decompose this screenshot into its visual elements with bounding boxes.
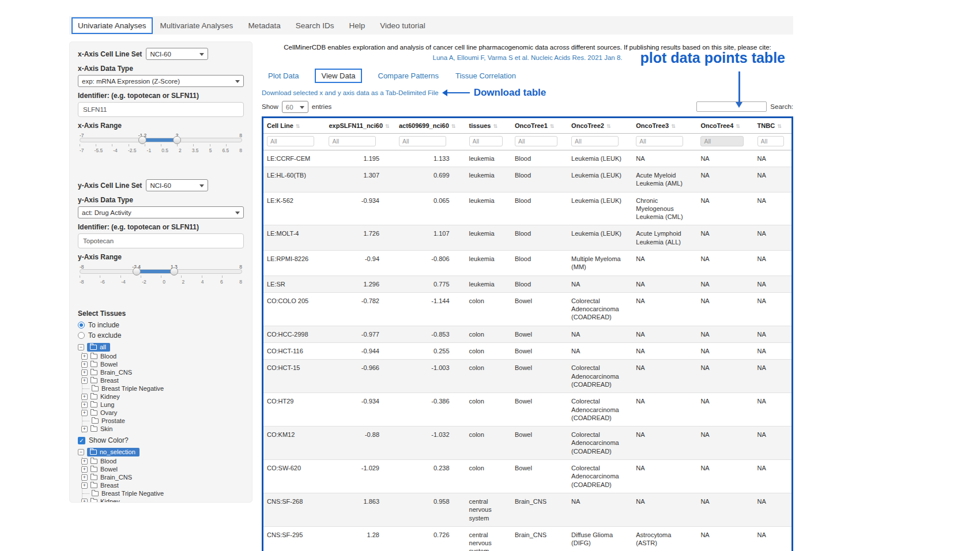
data-tab[interactable]: View Data bbox=[315, 69, 361, 83]
column-header[interactable]: act609699_nci60⇅ bbox=[395, 118, 466, 134]
column-header[interactable]: TNBC⇅ bbox=[754, 118, 791, 134]
radio-icon[interactable] bbox=[78, 322, 85, 329]
column-header[interactable]: tissues⇅ bbox=[466, 118, 511, 134]
column-header[interactable]: OncoTree1⇅ bbox=[511, 118, 568, 134]
sort-icon[interactable]: ⇅ bbox=[451, 123, 456, 129]
radio-icon[interactable] bbox=[78, 332, 85, 339]
table-row[interactable]: CO:HCC-2998 -0.977 -0.853 colon Bowel NA… bbox=[263, 326, 791, 342]
search-input[interactable] bbox=[696, 101, 767, 112]
tree-item[interactable]: + Lung bbox=[82, 401, 244, 409]
expand-icon[interactable]: + bbox=[81, 361, 88, 368]
column-header[interactable]: OncoTree2⇅ bbox=[568, 118, 632, 134]
entries-select[interactable]: 60 bbox=[282, 101, 308, 113]
sort-icon[interactable]: ⇅ bbox=[671, 123, 676, 129]
x-identifier-input[interactable] bbox=[78, 102, 244, 117]
table-row[interactable]: LE:HL-60(TB) 1.307 0.699 leukemia Blood … bbox=[263, 167, 791, 192]
download-link[interactable]: Download selected x and y axis data as a… bbox=[262, 89, 439, 96]
tree-root-no-selection[interactable]: no_selection bbox=[87, 448, 140, 456]
column-filter-input[interactable] bbox=[329, 136, 376, 146]
table-row[interactable]: CNS:SF-268 1.863 0.958 central nervous s… bbox=[263, 493, 791, 526]
sort-icon[interactable]: ⇅ bbox=[493, 123, 497, 129]
nav-item[interactable]: Univariate Analyses bbox=[71, 17, 153, 34]
tree-item[interactable]: + Bowel bbox=[82, 465, 244, 473]
tree-item[interactable]: + Kidney bbox=[82, 497, 244, 503]
column-header[interactable]: OncoTree3⇅ bbox=[632, 118, 697, 134]
slider-handle-high[interactable] bbox=[170, 267, 178, 276]
slider-handle-low[interactable] bbox=[138, 136, 146, 144]
table-row[interactable]: CO:COLO 205 -0.782 -1.144 colon Bowel Co… bbox=[263, 292, 791, 326]
expand-icon[interactable]: + bbox=[81, 378, 88, 384]
table-row[interactable]: LE:K-562 -0.934 0.065 leukemia Blood Leu… bbox=[263, 192, 791, 225]
x-cell-line-set-select[interactable]: NCI-60 bbox=[146, 48, 208, 60]
expand-icon[interactable]: + bbox=[81, 482, 88, 489]
y-data-type-select[interactable]: act: Drug Activity bbox=[78, 206, 244, 218]
y-identifier-input[interactable] bbox=[78, 233, 244, 248]
column-filter-input[interactable] bbox=[636, 136, 683, 146]
nav-item[interactable]: Multivariate Analyses bbox=[153, 18, 241, 33]
tissue-radio-option[interactable]: To include bbox=[78, 320, 244, 330]
column-filter-input[interactable] bbox=[267, 136, 314, 146]
checkbox-checked-icon[interactable] bbox=[78, 437, 85, 444]
table-row[interactable]: LE:SR 1.296 0.775 leukemia Blood NA NA N… bbox=[263, 276, 791, 292]
tree-item[interactable]: + Brain_CNS bbox=[82, 368, 244, 376]
tree-item[interactable]: + Blood bbox=[82, 352, 244, 360]
column-header[interactable]: Cell Line⇅ bbox=[263, 118, 325, 134]
tree-item[interactable]: + Brain_CNS bbox=[82, 473, 244, 481]
expand-icon[interactable]: + bbox=[81, 394, 88, 400]
column-filter-input[interactable] bbox=[757, 136, 784, 146]
y-cell-line-set-select[interactable]: NCI-60 bbox=[146, 179, 208, 191]
expand-icon[interactable]: + bbox=[81, 369, 88, 376]
table-row[interactable]: LE:RPMI-8226 -0.94 -0.806 leukemia Blood… bbox=[263, 251, 791, 276]
expand-icon[interactable]: + bbox=[81, 458, 88, 465]
tree-item[interactable]: + Blood bbox=[82, 457, 244, 465]
tree-item[interactable]: + Kidney bbox=[82, 393, 244, 401]
tree-item[interactable]: + Breast bbox=[82, 481, 244, 489]
column-filter-input[interactable] bbox=[700, 136, 743, 146]
data-tab[interactable]: Compare Patterns bbox=[378, 70, 440, 82]
slider-handle-low[interactable] bbox=[133, 267, 141, 276]
column-filter-input[interactable] bbox=[399, 136, 446, 146]
sort-icon[interactable]: ⇅ bbox=[550, 123, 555, 129]
column-filter-input[interactable] bbox=[515, 136, 557, 146]
collapse-icon[interactable]: − bbox=[78, 449, 84, 455]
expand-icon[interactable]: + bbox=[81, 474, 88, 481]
table-row[interactable]: CO:KM12 -0.88 -1.032 colon Bowel Colorec… bbox=[263, 427, 791, 460]
tree-item[interactable]: + Breast bbox=[82, 376, 244, 384]
table-row[interactable]: LE:CCRF-CEM 1.195 1.133 leukemia Blood L… bbox=[263, 150, 791, 167]
column-header[interactable]: OncoTree4⇅ bbox=[697, 118, 753, 134]
sort-icon[interactable]: ⇅ bbox=[385, 123, 390, 129]
x-data-type-select[interactable]: exp: mRNA Expression (Z-Score) bbox=[78, 75, 244, 87]
expand-icon[interactable]: + bbox=[81, 426, 88, 432]
nav-item[interactable]: Video tutorial bbox=[372, 18, 433, 33]
tree-item[interactable]: + Breast Triple Negative bbox=[82, 384, 244, 393]
data-tab[interactable]: Plot Data bbox=[267, 70, 299, 82]
tree-root-all[interactable]: all bbox=[87, 343, 110, 352]
nav-item[interactable]: Help bbox=[341, 18, 372, 33]
tree-item[interactable]: + Ovary bbox=[82, 409, 244, 417]
y-axis-range-slider[interactable]: -8 8 -2.4 1.3 -8-6-4-202468 bbox=[80, 269, 242, 300]
slider-handle-high[interactable] bbox=[173, 136, 181, 144]
tree-item[interactable]: + Breast Triple Negative bbox=[82, 489, 244, 497]
table-row[interactable]: CO:HCT-116 -0.944 0.255 colon Bowel NA N… bbox=[263, 343, 791, 360]
expand-icon[interactable]: + bbox=[81, 353, 88, 360]
tissue-radio-option[interactable]: To exclude bbox=[78, 330, 244, 341]
nav-item[interactable]: Metadata bbox=[240, 18, 288, 33]
expand-icon[interactable]: + bbox=[81, 402, 88, 408]
column-filter-input[interactable] bbox=[571, 136, 619, 146]
table-row[interactable]: LE:MOLT-4 1.726 1.107 leukemia Blood Leu… bbox=[263, 225, 791, 251]
expand-icon[interactable]: + bbox=[81, 499, 88, 503]
tree-item[interactable]: + Skin bbox=[82, 425, 244, 433]
sort-icon[interactable]: ⇅ bbox=[296, 123, 300, 129]
citation-link[interactable]: Luna A, Elloumi F, Varma S et al. Nuclei… bbox=[433, 54, 623, 61]
column-header[interactable]: expSLFN11_nci60⇅ bbox=[325, 118, 395, 134]
slider-track[interactable] bbox=[80, 138, 242, 142]
tree-item[interactable]: + Prostate bbox=[82, 417, 244, 425]
slider-track[interactable] bbox=[80, 269, 242, 274]
table-row[interactable]: CO:SW-620 -1.029 0.238 colon Bowel Color… bbox=[263, 460, 791, 493]
tree-item[interactable]: + Bowel bbox=[82, 360, 244, 368]
expand-icon[interactable]: + bbox=[81, 466, 88, 473]
data-tab[interactable]: Tissue Correlation bbox=[455, 70, 517, 82]
x-axis-range-slider[interactable]: -7 8 -1.2 2 -7-5.5-4-2.5-10.523.556.58 bbox=[80, 138, 242, 169]
table-row[interactable]: CO:HT29 -0.934 -0.386 colon Bowel Colore… bbox=[263, 393, 791, 427]
column-filter-input[interactable] bbox=[469, 136, 503, 146]
